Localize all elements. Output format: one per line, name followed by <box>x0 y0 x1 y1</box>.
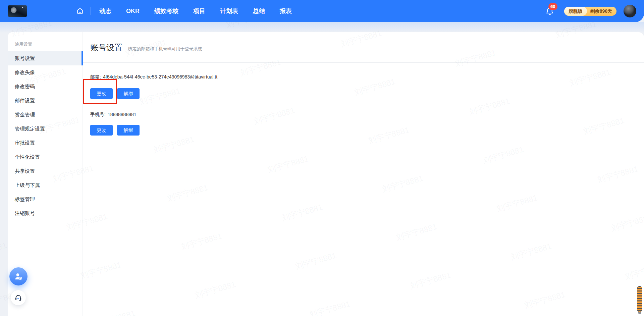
page-title: 账号设置 <box>90 42 122 53</box>
app-window: 刘宇宁8881刘宇宁8881刘宇宁8881刘宇宁8881刘宇宁8881刘宇宁88… <box>0 0 644 316</box>
sidebar-item-7[interactable]: 审批设置 <box>8 136 83 150</box>
sidebar-item-10[interactable]: 上级与下属 <box>8 178 83 192</box>
email-change-button[interactable]: 更改 <box>90 88 113 99</box>
nav-item-1[interactable]: 动态 <box>99 7 111 15</box>
phone-unbind-button[interactable]: 解绑 <box>117 125 140 136</box>
nav-item-3[interactable]: 绩效考核 <box>154 7 178 15</box>
email-row: 邮箱:4f64deba-544f-46ec-be53-274e43096983@… <box>90 74 644 80</box>
add-person-icon <box>14 272 23 281</box>
email-actions: 更改 解绑 <box>90 88 644 99</box>
phone-label: 手机号: <box>90 112 106 117</box>
email-value: 4f64deba-544f-46ec-be53-274e43096983@tit… <box>103 74 217 80</box>
version-badge[interactable]: 旗舰版 剩余896天 <box>564 7 616 16</box>
notification-count-badge: 60 <box>548 3 557 10</box>
main-content: 账号设置 绑定的邮箱和手机号码可用于登录系统 邮箱:4f64deba-544f-… <box>83 32 644 316</box>
app-logo[interactable] <box>8 5 27 17</box>
sidebar-item-6[interactable]: 管理规定设置 <box>8 122 83 136</box>
home-icon <box>76 7 84 15</box>
nav-item-4[interactable]: 项目 <box>193 7 205 15</box>
nav-shadow-gradient <box>0 22 644 33</box>
phone-change-button[interactable]: 更改 <box>90 125 113 136</box>
nav-menu: 动态OKR绩效考核项目计划表总结报表 <box>99 7 307 15</box>
phone-actions: 更改 解绑 <box>90 125 644 136</box>
notification-bell-button[interactable]: 60 <box>545 6 554 16</box>
sidebar-item-8[interactable]: 个性化设置 <box>8 150 83 164</box>
sidebar-item-5[interactable]: 赏金管理 <box>8 108 83 122</box>
home-button[interactable] <box>73 4 87 18</box>
phone-value: 18888888881 <box>108 112 137 117</box>
nav-right-cluster: 60 旗舰版 剩余896天 <box>545 5 644 17</box>
days-left-badge: 剩余896天 <box>587 7 616 16</box>
email-label: 邮箱: <box>90 74 101 80</box>
nav-item-7[interactable]: 报表 <box>280 7 292 15</box>
sidebar-item-3[interactable]: 修改密码 <box>8 80 83 94</box>
sidebar-item-11[interactable]: 标签管理 <box>8 192 83 206</box>
nav-divider <box>91 7 91 15</box>
phone-row: 手机号:18888888881 <box>90 112 644 118</box>
nav-item-5[interactable]: 计划表 <box>220 7 238 15</box>
page-subtitle: 绑定的邮箱和手机号码可用于登录系统 <box>128 46 202 52</box>
headset-icon <box>14 294 22 302</box>
main-header: 账号设置 绑定的邮箱和手机号码可用于登录系统 <box>83 32 644 63</box>
user-avatar[interactable] <box>624 5 636 17</box>
email-unbind-button[interactable]: 解绑 <box>117 88 140 99</box>
customer-service-button[interactable] <box>11 290 26 305</box>
nav-item-2[interactable]: OKR <box>126 8 140 15</box>
invite-member-button[interactable] <box>9 267 28 285</box>
sidebar-item-2[interactable]: 修改头像 <box>8 65 83 80</box>
scrollbar-thumb[interactable] <box>637 286 642 312</box>
sidebar-item-12[interactable]: 注销账号 <box>8 206 83 220</box>
sidebar-menu: 账号设置修改头像修改密码邮件设置赏金管理管理规定设置审批设置个性化设置共享设置上… <box>8 51 83 220</box>
top-nav: 动态OKR绩效考核项目计划表总结报表 60 旗舰版 剩余896天 <box>0 0 644 22</box>
sidebar-item-9[interactable]: 共享设置 <box>8 164 83 178</box>
nav-item-6[interactable]: 总结 <box>253 7 265 15</box>
sidebar-item-1[interactable]: 账号设置 <box>8 51 83 65</box>
sidebar-group-title: 通用设置 <box>8 32 83 51</box>
version-badge-label: 旗舰版 <box>564 7 587 16</box>
sidebar-item-4[interactable]: 邮件设置 <box>8 94 83 108</box>
